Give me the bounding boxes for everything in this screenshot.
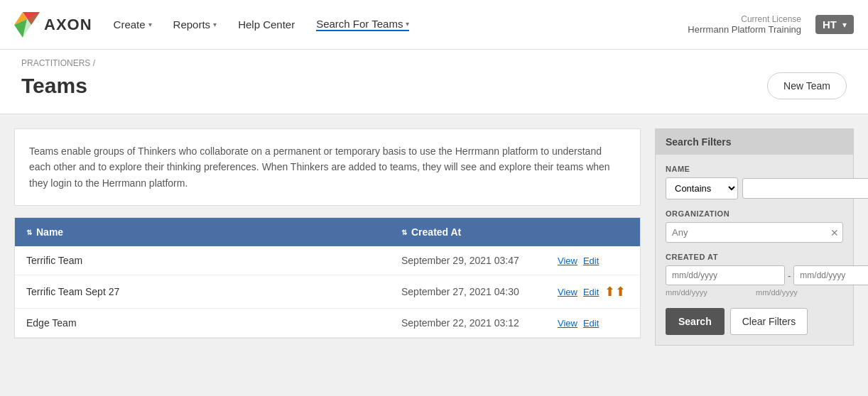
sort-icon-name: ⇅ bbox=[26, 229, 32, 236]
team-name-2: Edge Team bbox=[26, 317, 401, 329]
team-name-0: Terrific Team bbox=[26, 255, 401, 266]
breadcrumb-separator: / bbox=[93, 58, 95, 68]
col-header-created[interactable]: ⇅ Created At bbox=[401, 226, 558, 238]
top-navigation: AXON Create ▾ Reports ▾ Help Center Sear… bbox=[0, 0, 868, 50]
page-title-row: Teams New Team bbox=[21, 72, 847, 99]
table-row: Terrific Team September 29, 2021 03:47 V… bbox=[15, 246, 640, 275]
name-filter-label: NAME bbox=[666, 165, 843, 173]
org-filter-input[interactable] bbox=[666, 222, 843, 243]
team-actions-2: View Edit bbox=[558, 318, 629, 329]
date-from-input[interactable] bbox=[666, 265, 785, 285]
license-name: Herrmann Platform Training bbox=[688, 24, 801, 35]
info-text: Teams enable groups of Thinkers who coll… bbox=[29, 143, 626, 191]
filter-body: NAME Contains Equals Starts With Ends Wi… bbox=[656, 155, 853, 345]
table-row: Terrific Team Sept 27 September 27, 2021… bbox=[15, 275, 640, 309]
breadcrumb-practitioners[interactable]: PRACTITIONERS bbox=[21, 58, 90, 68]
created-at-filter-row: CREATED AT - mm/dd/yyyy mm/dd/yyyy bbox=[666, 253, 843, 297]
view-link-0[interactable]: View bbox=[558, 255, 577, 266]
org-filter-label: ORGANIZATION bbox=[666, 209, 843, 218]
filter-actions: Search Clear Filters bbox=[666, 308, 843, 335]
nav-items: Create ▾ Reports ▾ Help Center Search Fo… bbox=[114, 18, 688, 31]
search-teams-chevron-icon: ▾ bbox=[406, 20, 409, 28]
right-panel: Search Filters NAME Contains Equals Star… bbox=[655, 128, 854, 346]
nav-item-reports[interactable]: Reports ▾ bbox=[173, 18, 217, 31]
view-link-1[interactable]: View bbox=[558, 287, 577, 297]
sort-icon-created: ⇅ bbox=[401, 229, 407, 236]
avatar-initials: HT bbox=[823, 18, 837, 31]
create-chevron-icon: ▾ bbox=[148, 21, 152, 28]
teams-table: ⇅ Name ⇅ Created At Terrific Team Septem… bbox=[14, 217, 641, 339]
table-row: Edge Team September 22, 2021 03:12 View … bbox=[15, 309, 640, 338]
user-avatar-area[interactable]: HT ▾ bbox=[815, 15, 854, 34]
info-box: Teams enable groups of Thinkers who coll… bbox=[14, 128, 641, 206]
table-header: ⇅ Name ⇅ Created At bbox=[15, 218, 640, 246]
new-team-button[interactable]: New Team bbox=[767, 72, 847, 99]
edit-link-1[interactable]: Edit bbox=[583, 287, 599, 297]
avatar-chevron-icon: ▾ bbox=[842, 20, 847, 30]
date-from-hint: mm/dd/yyyy bbox=[666, 288, 753, 297]
edit-link-0[interactable]: Edit bbox=[583, 255, 599, 266]
team-created-0: September 29, 2021 03:47 bbox=[401, 255, 558, 266]
left-panel: Teams enable groups of Thinkers who coll… bbox=[14, 128, 641, 346]
main-content: Teams enable groups of Thinkers who coll… bbox=[0, 114, 868, 360]
logo-area[interactable]: AXON bbox=[14, 12, 92, 38]
nav-item-create[interactable]: Create ▾ bbox=[114, 18, 152, 31]
license-label: Current License bbox=[688, 14, 801, 24]
axon-logo-icon bbox=[14, 12, 40, 38]
license-info: Current License Herrmann Platform Traini… bbox=[688, 14, 801, 35]
team-name-1: Terrific Team Sept 27 bbox=[26, 286, 401, 297]
page-title: Teams bbox=[21, 74, 87, 98]
created-at-label: CREATED AT bbox=[666, 253, 843, 261]
date-range-row: - bbox=[666, 265, 843, 285]
nav-item-search-teams[interactable]: Search For Teams ▾ bbox=[316, 18, 409, 31]
col-header-actions bbox=[558, 226, 629, 238]
col-header-name[interactable]: ⇅ Name bbox=[26, 226, 401, 238]
filter-panel: Search Filters NAME Contains Equals Star… bbox=[655, 128, 854, 346]
reports-chevron-icon: ▾ bbox=[213, 21, 217, 28]
search-button[interactable]: Search bbox=[666, 308, 725, 335]
page-header: PRACTITIONERS / Teams New Team bbox=[0, 50, 868, 114]
team-created-1: September 27, 2021 04:30 bbox=[401, 286, 558, 297]
org-filter-row: ORGANIZATION ✕ bbox=[666, 209, 843, 243]
team-actions-0: View Edit bbox=[558, 255, 629, 266]
org-input-wrap: ✕ bbox=[666, 222, 843, 243]
clear-filters-button[interactable]: Clear Filters bbox=[730, 308, 808, 335]
date-hints: mm/dd/yyyy mm/dd/yyyy bbox=[666, 288, 843, 297]
nav-right: Current License Herrmann Platform Traini… bbox=[688, 14, 854, 35]
name-filter-row: NAME Contains Equals Starts With Ends Wi… bbox=[666, 165, 843, 199]
logo-text: AXON bbox=[44, 16, 92, 34]
filter-panel-title: Search Filters bbox=[656, 129, 853, 155]
name-filter-inputs: Contains Equals Starts With Ends With bbox=[666, 177, 843, 199]
nav-item-help-center[interactable]: Help Center bbox=[238, 18, 295, 31]
date-to-hint: mm/dd/yyyy bbox=[756, 288, 843, 297]
team-actions-1: View Edit ⬆⬆ bbox=[558, 284, 629, 299]
edit-link-2[interactable]: Edit bbox=[583, 318, 599, 329]
breadcrumb: PRACTITIONERS / bbox=[21, 58, 847, 68]
sort-arrows-icon: ⬆⬆ bbox=[604, 284, 626, 299]
org-clear-icon[interactable]: ✕ bbox=[830, 227, 839, 238]
date-to-input[interactable] bbox=[793, 265, 868, 285]
name-filter-input[interactable] bbox=[742, 178, 868, 199]
date-separator: - bbox=[788, 270, 791, 281]
view-link-2[interactable]: View bbox=[558, 318, 577, 329]
team-created-2: September 22, 2021 03:12 bbox=[401, 317, 558, 329]
name-filter-select[interactable]: Contains Equals Starts With Ends With bbox=[666, 177, 738, 199]
